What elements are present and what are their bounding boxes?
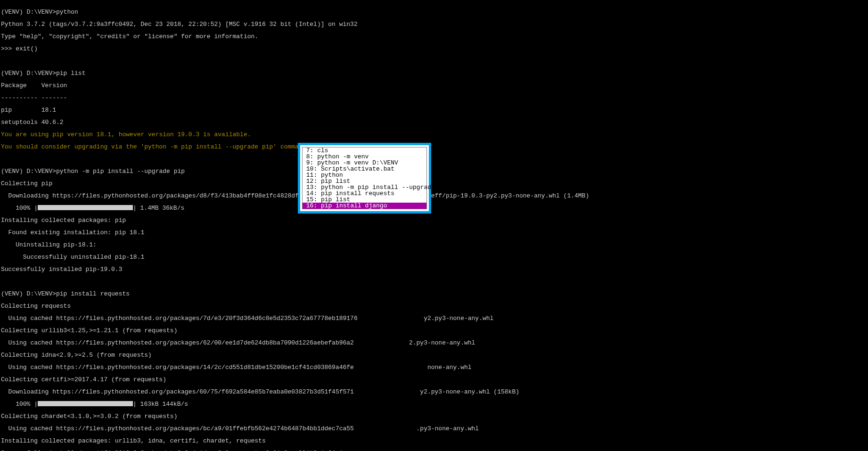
output-line: Collecting urllib3<1.25,>=1.21.1 (from r… bbox=[1, 328, 593, 334]
output-line: Installing collected packages: pip bbox=[1, 217, 593, 223]
output-line: (VENV) D:\VENV>python -m pip install --u… bbox=[1, 168, 593, 174]
output-line: Successfully installed pip-19.0.3 bbox=[1, 266, 593, 272]
output-line: (VENV) D:\VENV>pip install requests bbox=[1, 291, 593, 297]
output-line: Collecting idna<2.9,>=2.5 (from requests… bbox=[1, 352, 593, 358]
progress-line: 100% || 163kB 144kB/s bbox=[1, 401, 593, 407]
output-line: Package Version bbox=[1, 82, 593, 89]
output-line: pip 18.1 bbox=[1, 107, 593, 113]
output-line: Found existing installation: pip 18.1 bbox=[1, 230, 593, 236]
output-line: ---------- ------- bbox=[1, 95, 593, 101]
output-line: Uninstalling pip-18.1: bbox=[1, 242, 593, 248]
blank-line bbox=[1, 279, 593, 285]
progress-bar bbox=[38, 205, 133, 210]
pip-warning-line: You should consider upgrading via the 'p… bbox=[1, 144, 593, 150]
output-line: (VENV) D:\VENV>pip list bbox=[1, 70, 593, 76]
command-history-popup[interactable]: 7: cls 8: python -m venv 9: python -m ve… bbox=[298, 143, 431, 213]
output-line: (VENV) D:\VENV>python bbox=[1, 9, 593, 15]
output-line: >>> exit() bbox=[1, 46, 593, 52]
output-line: Collecting pip bbox=[1, 180, 593, 187]
output-line: Successfully uninstalled pip-18.1 bbox=[1, 254, 593, 260]
output-line: Installing collected packages: urllib3, … bbox=[1, 438, 593, 444]
blank-line bbox=[1, 58, 593, 64]
progress-bar bbox=[38, 401, 133, 406]
output-line: setuptools 40.6.2 bbox=[1, 119, 593, 125]
blank-line bbox=[1, 156, 593, 162]
output-line: Using cached https://files.pythonhosted.… bbox=[1, 340, 593, 346]
output-line: Collecting chardet<3.1.0,>=3.0.2 (from r… bbox=[1, 413, 593, 419]
output-line: Downloading https://files.pythonhosted.o… bbox=[1, 193, 593, 199]
output-line: Python 3.7.2 (tags/v3.7.2:9a3ffc0492, De… bbox=[1, 21, 593, 27]
output-line: Downloading https://files.pythonhosted.o… bbox=[1, 389, 593, 395]
output-line: Collecting requests bbox=[1, 303, 593, 309]
output-line: Using cached https://files.pythonhosted.… bbox=[1, 364, 593, 370]
pip-warning-line: You are using pip version 18.1, however … bbox=[1, 131, 593, 138]
output-line: Using cached https://files.pythonhosted.… bbox=[1, 426, 593, 432]
command-history-list[interactable]: 7: cls 8: python -m venv 9: python -m ve… bbox=[302, 147, 427, 209]
output-line: Type "help", "copyright", "credits" or "… bbox=[1, 33, 593, 40]
output-line: Using cached https://files.pythonhosted.… bbox=[1, 315, 593, 321]
terminal-output[interactable]: (VENV) D:\VENV>python Python 3.7.2 (tags… bbox=[1, 3, 593, 451]
history-item-selected[interactable]: 16: pip install django bbox=[303, 203, 426, 209]
output-line: Collecting certifi>=2017.4.17 (from requ… bbox=[1, 377, 593, 383]
progress-line: 100% || 1.4MB 36kB/s bbox=[1, 205, 593, 211]
